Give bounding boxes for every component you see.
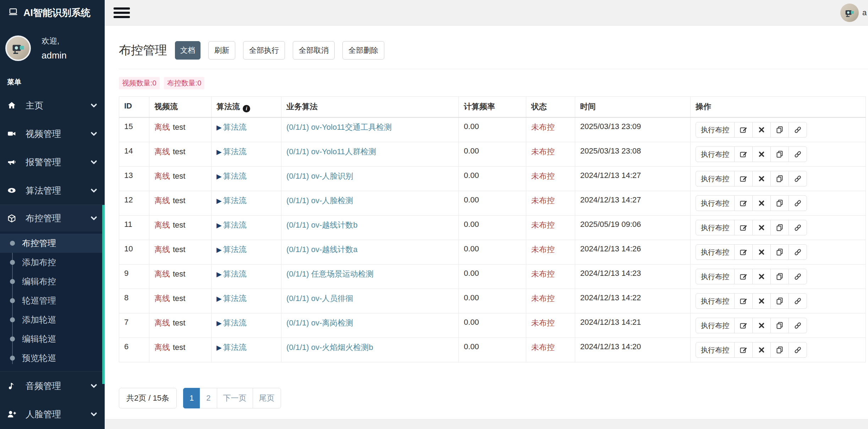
edit-button[interactable] bbox=[734, 122, 753, 138]
algo-flow-link[interactable]: ▶算法流 bbox=[216, 269, 247, 278]
submenu-item-add-patrol[interactable]: 添加轮巡 bbox=[0, 310, 105, 329]
execute-control-button[interactable]: 执行布控 bbox=[696, 244, 735, 260]
link-button[interactable] bbox=[789, 195, 807, 211]
execute-control-button[interactable]: 执行布控 bbox=[696, 342, 735, 358]
copy-button[interactable] bbox=[770, 195, 789, 211]
delete-button[interactable] bbox=[752, 293, 771, 309]
algo-flow-link[interactable]: ▶算法流 bbox=[216, 318, 247, 327]
link-button[interactable] bbox=[789, 318, 807, 333]
delete-button[interactable] bbox=[752, 122, 771, 138]
algo-flow-link[interactable]: ▶算法流 bbox=[216, 172, 247, 180]
link-button[interactable] bbox=[789, 269, 807, 284]
execute-control-button[interactable]: 执行布控 bbox=[696, 293, 735, 309]
edit-button[interactable] bbox=[734, 171, 753, 186]
delete-button[interactable] bbox=[752, 318, 771, 333]
edit-button[interactable] bbox=[734, 195, 753, 211]
copy-button[interactable] bbox=[770, 342, 789, 358]
link-button[interactable] bbox=[789, 146, 807, 162]
copy-button[interactable] bbox=[770, 318, 789, 333]
algo-flow-link[interactable]: ▶算法流 bbox=[216, 343, 247, 352]
copy-button[interactable] bbox=[770, 269, 789, 284]
info-icon[interactable]: i bbox=[243, 105, 250, 112]
submenu-item-control-manage[interactable]: 布控管理 bbox=[0, 234, 105, 253]
algo-flow-link[interactable]: ▶算法流 bbox=[216, 245, 247, 254]
execute-control-button[interactable]: 执行布控 bbox=[696, 122, 735, 138]
copy-button[interactable] bbox=[770, 146, 789, 162]
submenu-item-edit-control[interactable]: 编辑布控 bbox=[0, 272, 105, 291]
algo-flow-link[interactable]: ▶算法流 bbox=[216, 196, 247, 205]
topbar-avatar[interactable] bbox=[840, 4, 859, 22]
edit-button[interactable] bbox=[734, 244, 753, 260]
copy-button[interactable] bbox=[770, 122, 789, 138]
sidebar-item-audio[interactable]: 音频管理 bbox=[0, 372, 105, 400]
submenu-item-patrol-manage[interactable]: 轮巡管理 bbox=[0, 291, 105, 310]
delete-button[interactable] bbox=[752, 171, 771, 186]
algo-flow-link[interactable]: ▶算法流 bbox=[216, 221, 247, 229]
algo-flow-link[interactable]: ▶算法流 bbox=[216, 147, 247, 156]
link-button[interactable] bbox=[789, 293, 807, 309]
next-page-button[interactable]: 下一页 bbox=[217, 388, 253, 408]
business-algo-link[interactable]: (0/1/1) ov-Yolo11人群检测 bbox=[286, 147, 376, 156]
business-algo-link[interactable]: (0/1/1) ov-火焰烟火检测b bbox=[286, 343, 373, 352]
sidebar-item-alarm[interactable]: 报警管理 bbox=[0, 148, 105, 176]
link-button[interactable] bbox=[789, 171, 807, 186]
execute-control-button[interactable]: 执行布控 bbox=[696, 195, 735, 211]
cell-id: 8 bbox=[119, 289, 149, 313]
row-action-group: 执行布控 bbox=[696, 146, 807, 162]
sidebar-item-video[interactable]: 视频管理 bbox=[0, 119, 105, 148]
sidebar-item-control[interactable]: 布控管理 bbox=[0, 205, 105, 232]
execute-control-button[interactable]: 执行布控 bbox=[696, 171, 735, 186]
execute-control-button[interactable]: 执行布控 bbox=[696, 146, 735, 162]
link-button[interactable] bbox=[789, 342, 807, 358]
delete-button[interactable] bbox=[752, 220, 771, 235]
algo-flow-link[interactable]: ▶算法流 bbox=[216, 294, 247, 303]
business-algo-link[interactable]: (0/1/1) ov-人员徘徊 bbox=[286, 294, 353, 303]
edit-button[interactable] bbox=[734, 342, 753, 358]
refresh-button[interactable]: 刷新 bbox=[208, 41, 235, 60]
edit-button[interactable] bbox=[734, 146, 753, 162]
execute-control-button[interactable]: 执行布控 bbox=[696, 269, 735, 284]
last-page-button[interactable]: 尾页 bbox=[253, 388, 281, 408]
link-button[interactable] bbox=[789, 244, 807, 260]
submenu-item-add-control[interactable]: 添加布控 bbox=[0, 253, 105, 272]
business-algo-link[interactable]: (0/1/1) ov-越线计数b bbox=[286, 221, 358, 229]
cell-time: 2024/12/13 14:27 bbox=[575, 167, 691, 191]
delete-button[interactable] bbox=[752, 146, 771, 162]
copy-button[interactable] bbox=[770, 171, 789, 186]
edit-button[interactable] bbox=[734, 269, 753, 284]
link-button[interactable] bbox=[789, 122, 807, 138]
delete-all-button[interactable]: 全部删除 bbox=[342, 41, 384, 60]
business-algo-link[interactable]: (0/1/1) ov-离岗检测 bbox=[286, 318, 353, 327]
copy-button[interactable] bbox=[770, 293, 789, 309]
link-button[interactable] bbox=[789, 220, 807, 235]
delete-button[interactable] bbox=[752, 269, 771, 284]
cancel-all-button[interactable]: 全部取消 bbox=[293, 41, 335, 60]
sidebar-item-face[interactable]: 人脸管理 bbox=[0, 400, 105, 428]
submenu-item-preview-patrol[interactable]: 预览轮巡 bbox=[0, 349, 105, 368]
hamburger-menu-icon[interactable] bbox=[114, 7, 130, 18]
execute-control-button[interactable]: 执行布控 bbox=[696, 318, 735, 333]
business-algo-link[interactable]: (0/1/1) 任意场景运动检测 bbox=[286, 269, 374, 278]
delete-button[interactable] bbox=[752, 244, 771, 260]
page-button-2[interactable]: 2 bbox=[200, 388, 217, 408]
business-algo-link[interactable]: (0/1/1) ov-人脸识别 bbox=[286, 172, 353, 180]
sidebar-item-algorithm[interactable]: 算法管理 bbox=[0, 176, 105, 205]
edit-button[interactable] bbox=[734, 318, 753, 333]
delete-button[interactable] bbox=[752, 342, 771, 358]
delete-button[interactable] bbox=[752, 195, 771, 211]
topbar-user[interactable]: a bbox=[840, 4, 868, 22]
edit-button[interactable] bbox=[734, 293, 753, 309]
copy-button[interactable] bbox=[770, 244, 789, 260]
algo-flow-link[interactable]: ▶算法流 bbox=[216, 123, 247, 132]
run-all-button[interactable]: 全部执行 bbox=[243, 41, 285, 60]
business-algo-link[interactable]: (0/1/1) ov-越线计数a bbox=[286, 245, 358, 254]
business-algo-link[interactable]: (0/1/1) ov-人脸检测 bbox=[286, 196, 353, 205]
business-algo-link[interactable]: (0/1/1) ov-Yolo11交通工具检测 bbox=[286, 123, 392, 132]
doc-button[interactable]: 文档 bbox=[175, 41, 200, 60]
edit-button[interactable] bbox=[734, 220, 753, 235]
copy-button[interactable] bbox=[770, 220, 789, 235]
sidebar-item-home[interactable]: 主页 bbox=[0, 91, 105, 119]
execute-control-button[interactable]: 执行布控 bbox=[696, 220, 735, 235]
submenu-item-edit-patrol[interactable]: 编辑轮巡 bbox=[0, 329, 105, 349]
page-button-1[interactable]: 1 bbox=[183, 388, 200, 408]
